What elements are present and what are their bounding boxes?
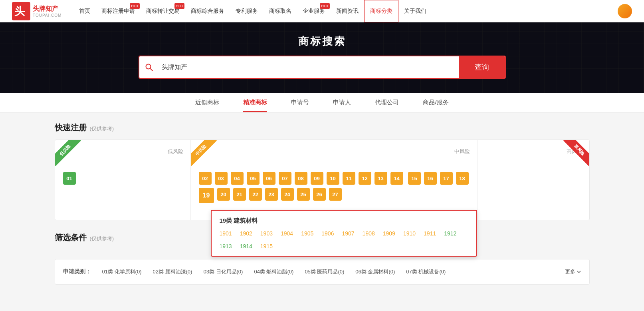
hot-badge: HOT (130, 3, 140, 9)
tooltip-popup: 19类 建筑材料 1901 1902 1903 1904 1905 1906 1… (211, 210, 477, 257)
tabs-bar: 近似商标 精准商标 申请号 申请人 代理公司 商品/服务 (0, 93, 644, 113)
tab-appno[interactable]: 申请号 (291, 93, 309, 112)
quick-reg-note: (仅供参考) (90, 125, 114, 132)
navbar: 头 头牌知产 TOUPAI.COM 首页 商标注册申请 HOT 商标转让交易 H… (0, 0, 644, 22)
num-25[interactable]: 25 (297, 188, 310, 201)
filter-cat-05[interactable]: 05类 医药用品(0) (299, 267, 350, 277)
num-16[interactable]: 16 (424, 172, 437, 185)
filter-note: (仅供参考) (90, 235, 114, 242)
num-15[interactable]: 15 (408, 172, 421, 185)
logo-sub: TOUPAI.COM (33, 13, 61, 18)
svg-text:头: 头 (14, 5, 25, 17)
tip-1903[interactable]: 1903 (260, 230, 273, 237)
num-07[interactable]: 07 (279, 172, 291, 185)
search-input[interactable] (159, 58, 459, 76)
tab-similar[interactable]: 近似商标 (195, 93, 219, 112)
hot-badge-2: HOT (174, 3, 184, 9)
logo-icon: 头 (12, 2, 30, 20)
low-risk-card: 低风险 低风险 01 (55, 140, 191, 220)
num-27[interactable]: 27 (329, 188, 342, 201)
nav-trademark-trade[interactable]: 商标转让交易 HOT (141, 0, 185, 22)
tip-1911[interactable]: 1911 (424, 230, 436, 237)
nav-trademark-service[interactable]: 商标综合服务 (185, 0, 230, 22)
filter-cat-06[interactable]: 06类 金属材料(0) (350, 267, 400, 277)
tip-1915[interactable]: 1915 (260, 243, 273, 249)
num-22[interactable]: 22 (249, 188, 262, 201)
num-17[interactable]: 17 (440, 172, 453, 185)
mid-nums: 02 03 04 05 06 07 08 09 10 11 12 13 14 1… (198, 159, 470, 204)
high-risk-card: 高风险 高风险 (478, 140, 589, 220)
tip-1907[interactable]: 1907 (342, 230, 354, 237)
filter-cat-03[interactable]: 03类 日化用品(0) (198, 267, 248, 277)
hero-section: 商标搜索 查询 (0, 22, 644, 93)
tab-goods[interactable]: 商品/服务 (423, 93, 448, 112)
tab-exact[interactable]: 精准商标 (243, 93, 267, 112)
num-19[interactable]: 19 (199, 188, 214, 203)
nav-links: 首页 商标注册申请 HOT 商标转让交易 HOT 商标综合服务 专利服务 商标取… (73, 0, 618, 22)
tip-1908[interactable]: 1908 (363, 230, 375, 237)
nav-trademark-reg[interactable]: 商标注册申请 HOT (96, 0, 141, 22)
quick-reg-header: 快速注册 (仅供参考) (55, 122, 590, 133)
num-06[interactable]: 06 (263, 172, 275, 185)
nav-naming[interactable]: 商标取名 (264, 0, 297, 22)
tip-1912[interactable]: 1912 (444, 230, 456, 237)
logo[interactable]: 头 头牌知产 TOUPAI.COM (12, 2, 61, 20)
svg-line-3 (150, 68, 153, 71)
tab-agency[interactable]: 代理公司 (375, 93, 399, 112)
num-24[interactable]: 24 (281, 188, 294, 201)
logo-text: 头牌知产 (33, 5, 61, 13)
filter-cat-07[interactable]: 07类 机械设备(0) (400, 267, 451, 277)
quick-reg-title: 快速注册 (55, 122, 87, 133)
num-13[interactable]: 13 (375, 172, 387, 185)
main-content: 快速注册 (仅供参考) 低风险 低风险 01 中风险 中风险 02 03 04 … (43, 122, 602, 285)
nav-about[interactable]: 关于我们 (398, 0, 432, 22)
num-14[interactable]: 14 (390, 172, 403, 185)
low-ribbon: 低风险 (55, 140, 87, 172)
num-03[interactable]: 03 (215, 172, 228, 185)
num-02[interactable]: 02 (199, 172, 212, 185)
tip-1905[interactable]: 1905 (301, 230, 313, 237)
filter-cat-01[interactable]: 01类 化学原料(0) (97, 267, 147, 277)
num-09[interactable]: 09 (311, 172, 323, 185)
tooltip-nums: 1901 1902 1903 1904 1905 1906 1907 1908 … (220, 230, 468, 249)
num-11[interactable]: 11 (343, 172, 355, 185)
reg-cards: 低风险 低风险 01 中风险 中风险 02 03 04 05 06 07 08 … (55, 140, 590, 220)
mid-ribbon: 中风险 (191, 140, 223, 172)
nav-patent[interactable]: 专利服务 (230, 0, 264, 22)
high-ribbon: 高风险 (557, 140, 589, 172)
tip-1906[interactable]: 1906 (321, 230, 334, 237)
num-01[interactable]: 01 (63, 172, 76, 185)
num-26[interactable]: 26 (313, 188, 326, 201)
tip-1909[interactable]: 1909 (383, 230, 395, 237)
more-button[interactable]: 更多 (565, 268, 581, 275)
num-05[interactable]: 05 (247, 172, 260, 185)
filter-title: 筛选条件 (55, 232, 87, 243)
tip-1902[interactable]: 1902 (240, 230, 252, 237)
filter-cat-04[interactable]: 04类 燃料油脂(0) (248, 267, 299, 277)
num-18[interactable]: 18 (456, 172, 469, 185)
num-04[interactable]: 04 (231, 172, 244, 185)
nav-classify[interactable]: 商标分类 (364, 0, 398, 22)
nav-news[interactable]: 新闻资讯 (331, 0, 364, 22)
mid-risk-label: 中风险 (198, 148, 470, 155)
tip-1904[interactable]: 1904 (281, 230, 293, 237)
tip-1910[interactable]: 1910 (403, 230, 416, 237)
filter-cat-02[interactable]: 02类 颜料油漆(0) (147, 267, 198, 277)
nav-enterprise[interactable]: 企业服务 HOT (297, 0, 331, 22)
tip-1901[interactable]: 1901 (220, 230, 232, 237)
filter-label: 申请类别： (63, 268, 91, 275)
num-21[interactable]: 21 (233, 188, 246, 201)
num-10[interactable]: 10 (327, 172, 339, 185)
hot-badge-3: HOT (320, 3, 330, 9)
avatar[interactable] (618, 4, 632, 18)
nav-home[interactable]: 首页 (73, 0, 96, 22)
search-button[interactable]: 查询 (459, 56, 505, 78)
tip-1914[interactable]: 1914 (240, 243, 252, 249)
tip-1913[interactable]: 1913 (220, 243, 232, 249)
tab-applicant[interactable]: 申请人 (333, 93, 351, 112)
search-box: 查询 (139, 56, 506, 79)
num-08[interactable]: 08 (295, 172, 307, 185)
num-12[interactable]: 12 (359, 172, 371, 185)
num-23[interactable]: 23 (265, 188, 278, 201)
num-20[interactable]: 20 (217, 188, 230, 201)
